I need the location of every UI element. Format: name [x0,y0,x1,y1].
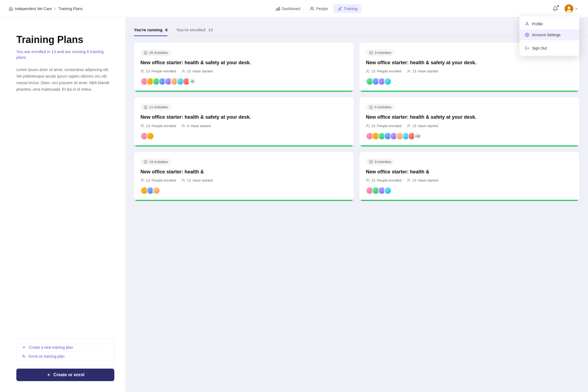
plus-icon [22,345,26,349]
dropdown-profile-label: Profile [532,22,543,26]
enrolled-label: People enrolled [377,124,401,128]
user-dropdown-menu: Profile Account Settings Sign Out [519,16,579,56]
mini-avatar [384,78,391,85]
activities-badge: 11 Activities [140,104,171,111]
breadcrumb-separator: > [54,7,56,11]
card-title: New office starter: health & safety at y… [140,114,347,120]
user-avatar-button[interactable] [564,4,579,14]
svg-point-26 [408,179,409,180]
enrolled-count: 13 [371,178,375,182]
gear-icon [525,33,529,37]
activities-badge: 19 Activities [140,158,171,165]
check-circle-icon [144,160,148,164]
nav-training[interactable]: Training [333,4,362,13]
activities-count: 11 Activities [149,105,168,109]
user-check-icon [407,69,411,73]
avatar [565,4,573,13]
dropdown-divider [519,41,579,42]
quick-actions-card: Create a new training plan Enrol on trai… [16,338,114,365]
started-label: Have started [418,124,438,128]
notifications-button[interactable] [550,4,560,14]
started-count: 0 [187,124,189,128]
started-label: Have started [418,178,438,182]
tab-enrolled[interactable]: You're enrolled 13 [176,24,213,36]
training-card[interactable]: 9 Activities New office starter: health … [359,152,579,201]
svg-point-6 [566,10,571,13]
nav-people[interactable]: People [306,4,332,13]
started-count: 13 [187,178,191,182]
svg-point-16 [182,70,184,71]
dropdown-account-settings[interactable]: Account Settings [519,29,579,40]
check-circle-icon [144,105,148,109]
svg-point-18 [408,70,409,71]
activities-count: 19 Activities [149,160,168,164]
enrolled-count: 13 [146,178,150,182]
users-icon [140,69,144,73]
user-check-icon [182,178,185,182]
training-card[interactable]: 25 Activities New office starter: health… [134,43,354,92]
create-or-enrol-button[interactable]: Create or enrol [16,369,114,381]
dropdown-sign-out[interactable]: Sign Out [519,43,579,54]
started-label: Have started [192,69,213,73]
card-stats: 13 People enrolled 13 Have started [366,178,573,182]
activities-badge: 25 Activities [140,49,171,56]
card-avatars: +5 [140,78,347,85]
activities-count: 3 Activities [375,51,391,55]
main-content: Training Plans You are enrolled in 13 an… [0,17,588,392]
dropdown-profile[interactable]: Profile [519,19,579,29]
users-icon [366,178,370,182]
have-started-stat: 13 Have started [182,69,213,73]
card-title: New office starter: health & safety at y… [366,59,573,66]
people-enrolled-stat: 13 People enrolled [366,178,402,182]
tab-enrolled-label: You're enrolled [176,27,205,32]
users-icon [366,69,370,73]
enrolled-label: People enrolled [377,178,401,182]
svg-point-21 [367,124,368,126]
card-stats: 13 People enrolled 13 Have started [140,178,347,182]
tab-running[interactable]: You're running 6 [134,24,167,36]
have-started-stat: 13 Have started [407,178,438,182]
activities-count: 25 Activities [149,51,168,55]
user-check-icon [182,124,185,128]
svg-point-19 [141,124,143,126]
have-started-stat: 13 Have started [407,124,438,128]
training-card[interactable]: 11 Activities New office starter: health… [134,97,354,146]
notification-dot [557,5,559,7]
people-enrolled-stat: 13 People enrolled [140,178,176,182]
activities-badge: 9 Activities [366,158,394,165]
sidebar-top: Training Plans You are enrolled in 13 an… [16,34,114,93]
plus-circle-icon [46,372,51,377]
card-stats: 13 People enrolled 13 Have started [140,69,347,73]
card-title: New office starter: health & safety at y… [140,59,347,66]
svg-point-20 [182,124,184,126]
check-circle-icon [144,51,148,55]
quick-action-create[interactable]: Create a new training plan [22,343,109,352]
mini-avatar [152,187,160,194]
nav-dashboard[interactable]: Dashboard [271,4,305,13]
training-card[interactable]: 6 Activities New office starter: health … [359,97,579,146]
enrol-icon [22,354,26,358]
check-circle-icon [369,51,373,55]
check-circle-icon [369,105,373,109]
home-icon [9,7,13,11]
people-enrolled-stat: 13 People enrolled [140,69,176,73]
breadcrumb-org[interactable]: Independent Vet Care [9,7,52,11]
people-enrolled-stat: 13 People enrolled [366,124,402,128]
people-icon [310,7,314,11]
page-title: Training Plans [16,34,114,45]
svg-point-22 [408,124,409,126]
page-description: Lorem ipsum dolor sit amet, consectetur … [16,67,114,93]
enrolled-label: People enrolled [151,178,176,182]
svg-point-23 [141,179,143,180]
svg-point-5 [568,7,570,9]
activities-count: 6 Activities [375,105,391,109]
bar-chart-icon [276,7,280,11]
svg-rect-1 [277,8,278,10]
quick-action-enrol[interactable]: Enrol on training plan [22,352,109,361]
training-card[interactable]: 19 Activities New office starter: health… [134,152,354,201]
activities-badge: 3 Activities [366,49,394,56]
enrolled-label: People enrolled [151,124,176,128]
card-title: New office starter: health & [366,169,573,175]
card-avatars: +12 [366,132,573,140]
extra-count-badge: +12 [414,132,421,140]
